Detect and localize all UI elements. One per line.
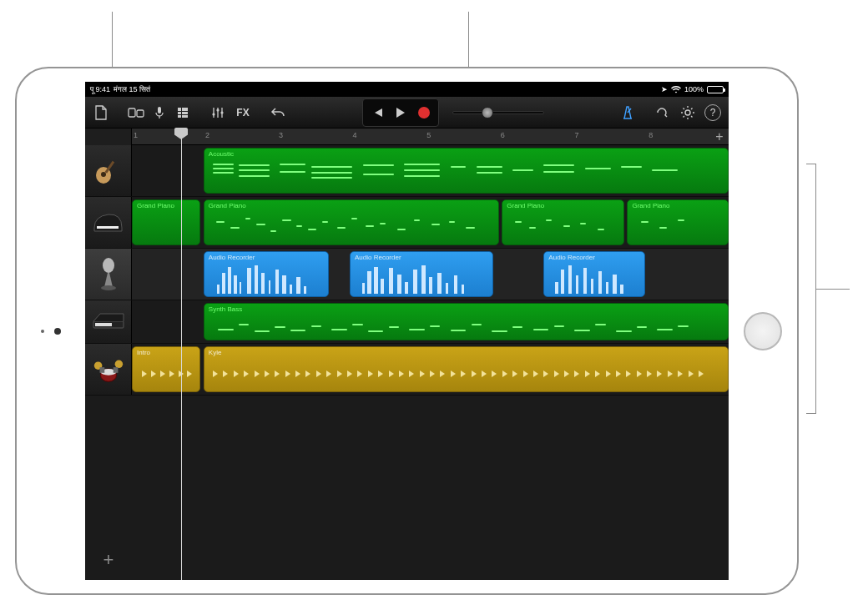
drums-icon bbox=[92, 353, 125, 386]
midi-content bbox=[208, 212, 495, 242]
track-row-drums: Intro Kyle bbox=[85, 344, 729, 396]
status-bar: पू 9:41 मंगल 15 सितं ➤ 100% bbox=[85, 82, 729, 97]
svg-rect-1 bbox=[137, 110, 144, 117]
waveform bbox=[548, 264, 641, 294]
region-audio-2[interactable]: Audio Recorder bbox=[350, 251, 493, 297]
track-lane-synth[interactable]: Synth Bass bbox=[132, 300, 729, 343]
callout-line-right bbox=[816, 289, 850, 290]
callout-line-playhead bbox=[112, 12, 113, 70]
track-lane-piano[interactable]: Grand Piano Grand Piano bbox=[132, 197, 729, 248]
ipad-home-button[interactable] bbox=[744, 312, 782, 350]
guitar-icon bbox=[92, 154, 125, 188]
region-piano-1[interactable]: Grand Piano bbox=[132, 199, 200, 245]
track-row-piano: Grand Piano Grand Piano bbox=[85, 197, 729, 249]
master-volume-slider[interactable] bbox=[452, 111, 544, 114]
ruler-bar-4: 4 bbox=[353, 131, 357, 139]
track-header-guitar[interactable] bbox=[85, 145, 132, 196]
track-header-piano[interactable] bbox=[85, 197, 132, 248]
region-drums-kyle[interactable]: Kyle bbox=[204, 346, 729, 392]
region-label: Synth Bass bbox=[209, 305, 242, 313]
mixer-button[interactable] bbox=[207, 102, 229, 124]
metronome-button[interactable] bbox=[617, 102, 638, 124]
add-section-button[interactable]: + bbox=[712, 129, 727, 144]
settings-button[interactable] bbox=[677, 102, 699, 124]
region-label: Acoustic bbox=[209, 150, 234, 158]
tracks-area: Acoustic bbox=[85, 145, 729, 580]
goto-start-button[interactable] bbox=[370, 102, 385, 124]
region-piano-4[interactable]: Grand Piano bbox=[627, 199, 729, 245]
svg-rect-8 bbox=[182, 115, 188, 118]
ipad-camera bbox=[54, 328, 61, 335]
help-button[interactable]: ? bbox=[702, 102, 724, 124]
region-piano-3[interactable]: Grand Piano bbox=[502, 199, 624, 245]
ipad-frame: पू 9:41 मंगल 15 सितं ➤ 100% bbox=[15, 67, 799, 595]
ruler-bar-6: 6 bbox=[501, 131, 505, 139]
drummer-content bbox=[136, 359, 196, 389]
track-row-synth: Synth Bass bbox=[85, 300, 729, 344]
ruler-corner bbox=[85, 129, 132, 145]
status-time: पू 9:41 bbox=[90, 85, 110, 94]
track-lane-guitar[interactable]: Acoustic bbox=[132, 145, 729, 196]
fx-button[interactable]: FX bbox=[232, 102, 254, 124]
record-button[interactable] bbox=[416, 102, 431, 124]
svg-point-9 bbox=[212, 113, 214, 115]
svg-point-12 bbox=[685, 110, 690, 115]
region-audio-1[interactable]: Audio Recorder bbox=[204, 251, 329, 297]
tracks-grid-button[interactable] bbox=[172, 102, 194, 124]
loop-browser-button[interactable] bbox=[652, 102, 674, 124]
timeline-ruler[interactable]: + 1 2 3 4 5 6 7 8 bbox=[132, 129, 729, 145]
svg-rect-3 bbox=[178, 108, 181, 111]
svg-point-11 bbox=[220, 111, 223, 113]
region-acoustic[interactable]: Acoustic bbox=[204, 148, 729, 194]
midi-content bbox=[631, 212, 724, 242]
track-row-guitar: Acoustic bbox=[85, 145, 729, 197]
undo-button[interactable] bbox=[267, 102, 289, 124]
ruler-bar-2: 2 bbox=[205, 131, 209, 139]
play-button[interactable] bbox=[393, 102, 408, 124]
browser-button[interactable] bbox=[125, 102, 147, 124]
svg-point-24 bbox=[114, 360, 123, 368]
svg-rect-7 bbox=[178, 115, 181, 118]
svg-rect-16 bbox=[97, 226, 119, 229]
svg-rect-26 bbox=[113, 367, 118, 373]
track-header-audio[interactable] bbox=[85, 249, 132, 300]
track-header-synth[interactable] bbox=[85, 300, 132, 343]
region-label: Audio Recorder bbox=[355, 254, 401, 261]
app-screen: पू 9:41 मंगल 15 सितं ➤ 100% bbox=[85, 82, 729, 580]
drummer-content bbox=[208, 359, 724, 389]
volume-thumb[interactable] bbox=[482, 107, 493, 118]
add-track-button[interactable]: + bbox=[97, 548, 120, 572]
svg-rect-25 bbox=[99, 367, 104, 373]
location-icon: ➤ bbox=[661, 85, 668, 93]
region-label: Kyle bbox=[209, 349, 222, 356]
track-lane-drums[interactable]: Intro Kyle bbox=[132, 344, 729, 395]
battery-icon bbox=[707, 86, 724, 93]
battery-pct: 100% bbox=[684, 85, 704, 93]
midi-content bbox=[208, 315, 724, 337]
callout-bracket-tracks bbox=[801, 164, 816, 414]
my-songs-button[interactable] bbox=[90, 102, 112, 124]
mic-button[interactable] bbox=[149, 102, 170, 124]
mic-track-icon bbox=[92, 258, 125, 291]
svg-rect-5 bbox=[178, 112, 181, 114]
midi-content bbox=[506, 212, 620, 242]
wifi-icon bbox=[671, 86, 681, 93]
track-lane-audio[interactable]: Audio Recorder Audio Recorder bbox=[132, 249, 729, 300]
ruler-bar-1: 1 bbox=[134, 131, 138, 139]
waveform bbox=[354, 264, 489, 294]
region-label: Grand Piano bbox=[209, 202, 246, 209]
track-header-drums[interactable] bbox=[85, 344, 132, 395]
region-audio-3[interactable]: Audio Recorder bbox=[543, 251, 645, 297]
region-piano-2[interactable]: Grand Piano bbox=[204, 199, 499, 245]
svg-rect-2 bbox=[158, 107, 161, 113]
view-switch bbox=[125, 102, 194, 124]
region-drums-intro[interactable]: Intro bbox=[132, 346, 200, 392]
piano-icon bbox=[92, 206, 125, 239]
synth-icon bbox=[92, 305, 125, 339]
svg-point-10 bbox=[216, 108, 219, 111]
region-synth[interactable]: Synth Bass bbox=[204, 303, 729, 340]
ruler-bar-5: 5 bbox=[426, 131, 431, 139]
svg-point-14 bbox=[101, 172, 106, 177]
svg-rect-4 bbox=[182, 108, 188, 111]
ruler-bar-3: 3 bbox=[279, 131, 283, 139]
